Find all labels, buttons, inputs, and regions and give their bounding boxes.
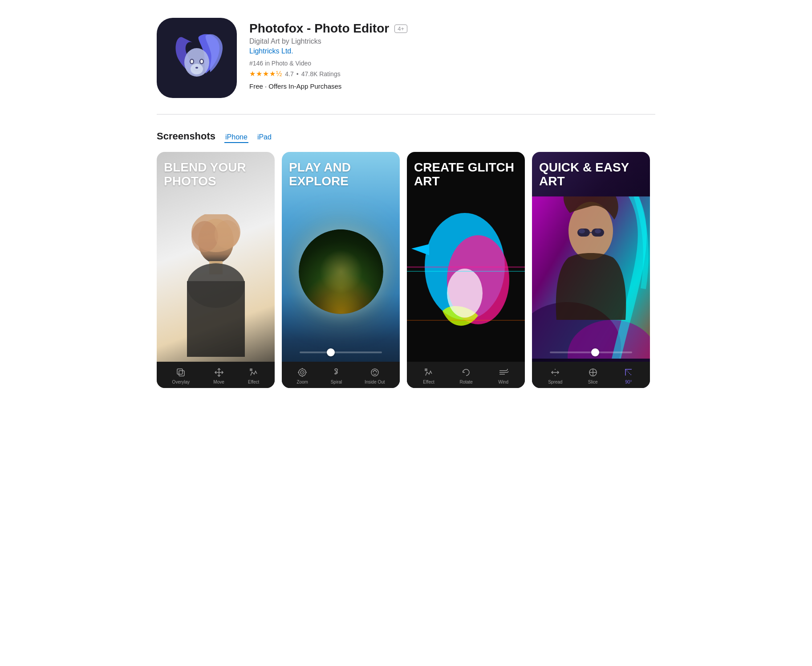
screenshot-1-overlay: BLEND YOUR PHOTOS — [157, 152, 275, 388]
screenshot-4-slider — [550, 351, 633, 353]
svg-point-1 — [191, 64, 203, 74]
slider-thumb-4 — [591, 348, 599, 356]
app-price: Free · Offers In-App Purchases — [249, 82, 407, 90]
tool-spread-label: Spread — [548, 380, 562, 384]
svg-point-21 — [302, 372, 303, 373]
svg-point-6 — [195, 67, 198, 69]
tool-insideout-label: Inside Out — [365, 380, 385, 384]
screenshot-3: CREATE GLITCH ART — [407, 152, 525, 388]
screenshot-3-headline: CREATE GLITCH ART — [414, 161, 518, 188]
screenshot-4-toolbar: Spread Slice — [532, 362, 650, 388]
move-icon — [214, 367, 224, 378]
slice-icon — [588, 367, 598, 378]
tool-zoom: Zoom — [296, 367, 308, 384]
svg-rect-31 — [407, 271, 525, 272]
svg-rect-18 — [250, 368, 252, 371]
effect-icon — [248, 367, 259, 378]
tab-iphone[interactable]: iPhone — [224, 133, 248, 143]
tool-effect: Effect — [248, 367, 259, 384]
tool-overlay-label: Overylay — [172, 380, 190, 384]
tool-wind: Wind — [498, 367, 509, 384]
screenshot-3-overlay: CREATE GLITCH ART — [407, 152, 525, 388]
svg-rect-32 — [407, 320, 525, 321]
age-rating-badge: 4+ — [394, 25, 407, 33]
device-tabs: iPhone iPad — [224, 133, 280, 143]
tool-insideout: Inside Out — [365, 367, 385, 384]
svg-point-9 — [191, 221, 218, 252]
rotate-icon — [461, 367, 471, 378]
spread-icon — [550, 367, 560, 378]
zoom-icon — [297, 367, 308, 378]
screenshot-4-overlay: QUICK & EASY ART — [532, 152, 650, 388]
screenshot-2-slider — [300, 351, 382, 353]
svg-point-5 — [200, 60, 203, 63]
screenshot-1-text: BLEND YOUR PHOTOS — [157, 152, 275, 188]
angle-icon — [623, 367, 634, 378]
tool-move-label: Move — [213, 380, 224, 384]
tool-angle-label: 90° — [625, 380, 632, 384]
spiral-icon — [331, 367, 341, 378]
rating-number: 4.7 — [285, 70, 293, 78]
tool-spiral-label: Spiral — [331, 380, 342, 384]
app-title: Photofox - Photo Editor — [249, 21, 389, 36]
app-header: Photofox - Photo Editor 4+ Digital Art b… — [157, 18, 655, 114]
app-icon — [157, 18, 237, 98]
screenshot-1: BLEND YOUR PHOTOS — [157, 152, 275, 388]
svg-rect-15 — [179, 371, 184, 376]
screenshot-1-headline: BLEND YOUR PHOTOS — [164, 161, 268, 188]
screenshots-section: Screenshots iPhone iPad BLEND YOUR PHOTO… — [157, 131, 655, 388]
app-icon-svg — [168, 29, 226, 87]
screenshots-grid: BLEND YOUR PHOTOS — [157, 152, 655, 388]
svg-rect-14 — [177, 369, 183, 374]
screenshot-2-toolbar: Zoom Spiral — [282, 362, 400, 388]
svg-point-44 — [579, 229, 585, 233]
tab-ipad[interactable]: iPad — [256, 133, 272, 143]
person-silhouette — [171, 214, 260, 357]
svg-rect-30 — [407, 266, 525, 268]
rating-row: ★★★★½ 4.7 • 47.8K Ratings — [249, 69, 407, 78]
art-person-svg — [532, 196, 650, 359]
tool-spiral: Spiral — [331, 367, 342, 384]
screenshot-2: PLAY AND EXPLORE — [282, 152, 400, 388]
rating-count: • — [296, 70, 299, 78]
tool-slice-label: Slice — [588, 380, 598, 384]
tool-spread: Spread — [548, 367, 562, 384]
effect2-icon — [423, 367, 434, 378]
svg-point-10 — [215, 220, 240, 249]
tool-move: Move — [213, 367, 224, 384]
screenshots-title: Screenshots — [157, 131, 215, 142]
slider-thumb — [327, 348, 335, 356]
app-ranking: #146 in Photo & Video — [249, 60, 407, 67]
svg-rect-13 — [187, 281, 245, 357]
tool-zoom-label: Zoom — [296, 380, 308, 384]
svg-point-3 — [191, 60, 193, 63]
app-developer-link[interactable]: Lightricks Ltd. — [249, 47, 407, 55]
screenshot-1-toolbar: Overylay — [157, 362, 275, 388]
screenshot-4-headline: QUICK & EASY ART — [539, 161, 643, 188]
tool-effect2-label: Effect — [423, 380, 434, 384]
tool-rotate-label: Rotate — [459, 380, 472, 384]
screenshot-3-text: CREATE GLITCH ART — [407, 152, 525, 188]
screenshot-2-overlay: PLAY AND EXPLORE — [282, 152, 400, 388]
screenshot-4: QUICK & EASY ART — [532, 152, 650, 388]
tool-angle: 90° — [623, 367, 634, 384]
screenshots-header: Screenshots iPhone iPad — [157, 131, 655, 143]
screenshot-2-text: PLAY AND EXPLORE — [282, 152, 400, 188]
svg-rect-33 — [425, 368, 427, 371]
glitch-art-svg — [407, 196, 525, 359]
svg-point-45 — [595, 229, 601, 233]
app-info: Photofox - Photo Editor 4+ Digital Art b… — [249, 18, 407, 90]
tool-effect2: Effect — [423, 367, 434, 384]
screenshot-4-text: QUICK & EASY ART — [532, 152, 650, 188]
tool-rotate: Rotate — [459, 367, 472, 384]
screenshot-2-headline: PLAY AND EXPLORE — [289, 161, 393, 188]
tool-effect-label: Effect — [248, 380, 259, 384]
star-rating: ★★★★½ — [249, 69, 282, 78]
svg-point-29 — [447, 269, 483, 318]
tool-slice: Slice — [588, 367, 598, 384]
insideout-icon — [369, 367, 380, 378]
overlay-icon — [175, 367, 186, 378]
tool-overlay: Overylay — [172, 367, 190, 384]
screenshot-3-toolbar: Effect Rotate — [407, 362, 525, 388]
tool-wind-label: Wind — [498, 380, 508, 384]
